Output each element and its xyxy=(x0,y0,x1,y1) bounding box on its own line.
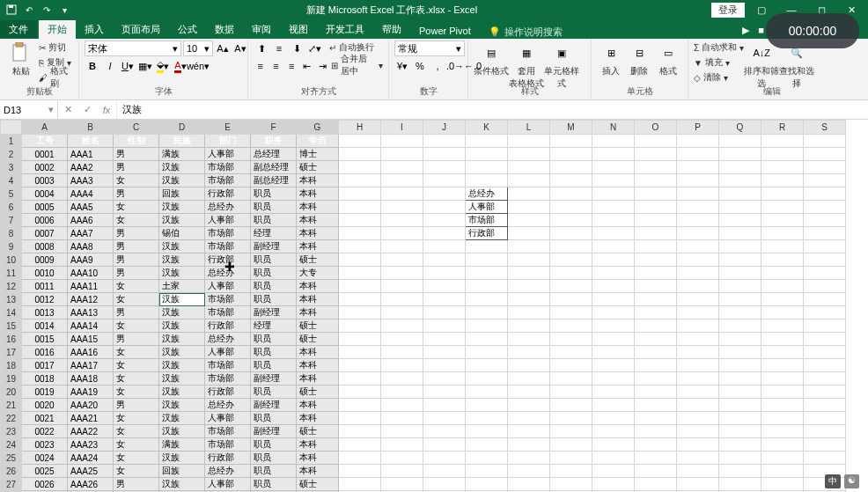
merge-center-button[interactable]: ⊞合并后居中▾ xyxy=(331,58,383,72)
cell[interactable] xyxy=(804,346,846,359)
ime-badge[interactable]: 中 xyxy=(825,474,841,488)
row-header-10[interactable]: 10 xyxy=(1,253,22,267)
ribbon-display-icon[interactable]: ▢ xyxy=(748,1,775,18)
tab-formulas[interactable]: 公式 xyxy=(169,20,206,39)
cell[interactable] xyxy=(381,333,423,346)
undo-icon[interactable]: ↶ xyxy=(21,2,37,18)
align-bottom-button[interactable]: ⬇ xyxy=(289,40,305,56)
cell[interactable] xyxy=(761,319,804,333)
cell[interactable] xyxy=(592,425,635,438)
align-middle-button[interactable]: ≡ xyxy=(271,40,287,56)
cell[interactable] xyxy=(804,319,846,333)
cell[interactable] xyxy=(423,425,466,438)
cell[interactable] xyxy=(550,135,592,148)
tab-view[interactable]: 视图 xyxy=(280,20,317,39)
cell[interactable] xyxy=(592,214,635,227)
cell[interactable] xyxy=(804,333,846,346)
data-cell[interactable]: 女 xyxy=(114,280,159,293)
cell[interactable] xyxy=(423,346,466,359)
cell[interactable] xyxy=(508,412,550,425)
login-button[interactable]: 登录 xyxy=(711,3,745,18)
data-cell[interactable]: 0001 xyxy=(22,148,68,161)
cell[interactable] xyxy=(592,346,635,359)
data-cell[interactable]: AAA13 xyxy=(68,306,114,319)
cell[interactable] xyxy=(550,386,592,399)
data-cell[interactable]: 经理 xyxy=(251,319,297,333)
data-cell[interactable]: 大专 xyxy=(297,267,339,280)
cell[interactable] xyxy=(592,372,635,386)
number-format-select[interactable]: 常规▾ xyxy=(394,40,465,56)
cell[interactable] xyxy=(381,319,423,333)
table-header-cell[interactable]: 学历 xyxy=(297,135,339,148)
cell[interactable] xyxy=(592,293,635,306)
row-header-11[interactable]: 11 xyxy=(1,267,22,280)
data-cell[interactable]: 锡伯 xyxy=(159,227,205,240)
redo-icon[interactable]: ↷ xyxy=(39,2,55,18)
data-cell[interactable]: AAA15 xyxy=(68,333,114,346)
data-cell[interactable]: 汉族 xyxy=(159,306,205,319)
data-cell[interactable]: 副经理 xyxy=(251,306,297,319)
cell[interactable] xyxy=(719,253,761,267)
col-header-B[interactable]: B xyxy=(68,121,114,135)
row-header-17[interactable]: 17 xyxy=(1,346,22,359)
row-header-19[interactable]: 19 xyxy=(1,372,22,386)
data-cell[interactable]: 0003 xyxy=(22,174,68,187)
data-cell[interactable]: 0015 xyxy=(22,333,68,346)
cell[interactable] xyxy=(508,227,550,240)
cell[interactable] xyxy=(719,346,761,359)
cell[interactable]: 市场部 xyxy=(466,214,508,227)
fill-color-button[interactable]: ⬙▾ xyxy=(155,58,171,74)
cell[interactable] xyxy=(423,386,466,399)
cell[interactable] xyxy=(761,293,804,306)
cell[interactable] xyxy=(804,227,846,240)
data-cell[interactable]: 本科 xyxy=(297,465,339,478)
cell[interactable] xyxy=(804,240,846,253)
data-cell[interactable]: AAA11 xyxy=(68,280,114,293)
cell[interactable] xyxy=(635,306,677,319)
cell[interactable] xyxy=(677,135,719,148)
data-cell[interactable]: 总经理 xyxy=(251,148,297,161)
table-header-cell[interactable]: 职务 xyxy=(251,135,297,148)
cell[interactable] xyxy=(550,161,592,174)
fx-button[interactable]: fx xyxy=(97,100,116,119)
data-cell[interactable]: 副总经理 xyxy=(251,174,297,187)
cell[interactable] xyxy=(592,478,635,491)
cell[interactable] xyxy=(677,386,719,399)
cell[interactable] xyxy=(550,465,592,478)
cell[interactable] xyxy=(339,240,381,253)
cell[interactable] xyxy=(761,280,804,293)
cell[interactable] xyxy=(635,425,677,438)
cell[interactable] xyxy=(719,187,761,201)
row-header-2[interactable]: 2 xyxy=(1,148,22,161)
col-header-R[interactable]: R xyxy=(761,121,804,135)
data-cell[interactable]: 人事部 xyxy=(205,412,251,425)
grow-font-button[interactable]: A▴ xyxy=(215,40,231,56)
cell[interactable] xyxy=(423,399,466,412)
data-cell[interactable]: AAA17 xyxy=(68,359,114,372)
cell[interactable] xyxy=(508,306,550,319)
cell[interactable] xyxy=(339,187,381,201)
data-cell[interactable]: 汉族 xyxy=(159,346,205,359)
orientation-button[interactable]: ⤢▾ xyxy=(306,40,322,56)
cell[interactable] xyxy=(339,174,381,187)
data-cell[interactable]: 男 xyxy=(114,306,159,319)
cell[interactable] xyxy=(381,148,423,161)
cell[interactable] xyxy=(804,280,846,293)
tab-developer[interactable]: 开发工具 xyxy=(317,20,373,39)
cell[interactable] xyxy=(677,240,719,253)
cell[interactable] xyxy=(677,214,719,227)
cell[interactable] xyxy=(550,478,592,491)
data-cell[interactable]: 职员 xyxy=(251,293,297,306)
cell[interactable] xyxy=(466,386,508,399)
cut-button[interactable]: ✂剪切 xyxy=(39,40,73,55)
conditional-format-button[interactable]: ▤条件格式 xyxy=(474,40,509,77)
cell[interactable] xyxy=(466,399,508,412)
table-header-cell[interactable]: 民族 xyxy=(159,135,205,148)
cell[interactable] xyxy=(592,333,635,346)
cell[interactable] xyxy=(677,425,719,438)
col-header-N[interactable]: N xyxy=(592,121,635,135)
cell[interactable] xyxy=(466,346,508,359)
cell[interactable] xyxy=(635,465,677,478)
ime-mode-badge[interactable]: ☯ xyxy=(844,474,859,488)
row-header-12[interactable]: 12 xyxy=(1,280,22,293)
